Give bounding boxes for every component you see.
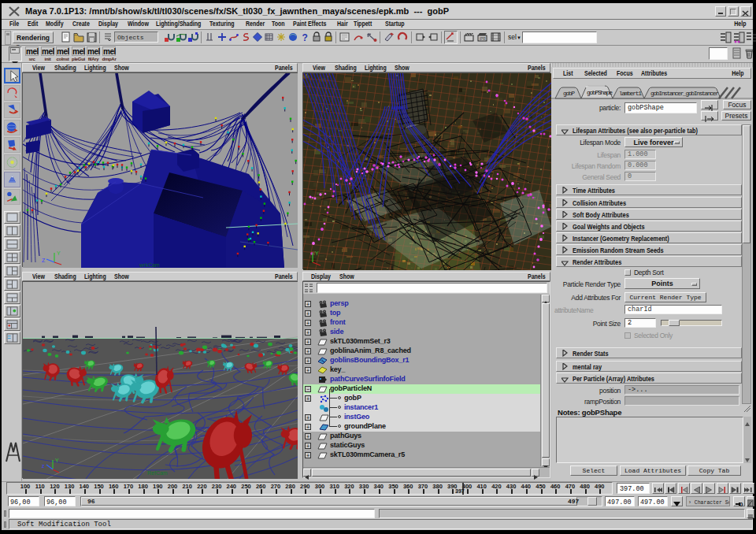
svg-text:lambert1: lambert1 (619, 90, 642, 97)
svg-text:IPR: IPR (480, 36, 487, 41)
svg-text:RefCam: RefCam (147, 470, 168, 476)
svg-text:0: 0 (739, 501, 743, 508)
svg-text:z: z (42, 463, 45, 469)
svg-text:wrkCam: wrkCam (139, 262, 160, 268)
svg-text:gobInstancer_gobInstancer: gobInstancer_gobInstancer (650, 90, 719, 97)
svg-text:Y: Y (55, 458, 59, 463)
svg-text:Y: Y (57, 250, 61, 256)
svg-text:gobPShape: gobPShape (587, 89, 613, 96)
svg-text:gobP: gobP (563, 90, 575, 97)
svg-text:Z: Z (42, 258, 46, 263)
svg-text:?: ? (302, 32, 308, 43)
svg-text:Y: Y (315, 250, 319, 256)
